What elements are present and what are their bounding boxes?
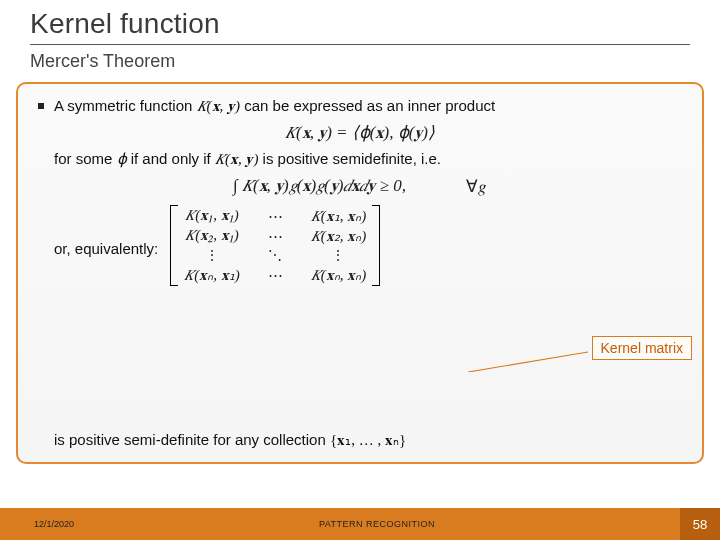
slide-footer: 12/1/2020 PATTERN RECOGNITION 58 (0, 508, 720, 540)
matrix-cell: 𝐾(𝐱₂, 𝐱₁) (184, 227, 240, 244)
matrix-cell: 𝐾(𝐱ₙ, 𝐱₁) (184, 266, 240, 284)
math-phi: ϕ (117, 151, 127, 167)
matrix-cell: 𝐾(𝐱₂, 𝐱ₙ) (311, 227, 367, 245)
theorem-box: A symmetric function 𝐾(𝐱, 𝐲) can be expr… (16, 82, 704, 464)
matrix-cell: ⋯ (268, 266, 283, 284)
math-eq1: 𝐾(𝐱, 𝐲) = ⟨ϕ(𝐱), ϕ(𝐲)⟩ (285, 123, 435, 142)
text-span: is positive semidefinite, i.e. (258, 150, 441, 167)
equation-inner-product: 𝐾(𝐱, 𝐲) = ⟨ϕ(𝐱), ϕ(𝐲)⟩ (38, 116, 682, 149)
math-forall: ∀𝑔 (466, 176, 487, 197)
matrix-cell: ⋮ (184, 247, 240, 264)
equation-integral: ∫ 𝐾(𝐱, 𝐲)𝑔(𝐱)𝑔(𝐲)𝑑𝐱𝑑𝐲 ≥ 0, ∀𝑔 (38, 170, 682, 201)
psd-statement: is positive semi-definite for any collec… (54, 430, 406, 450)
kernel-matrix: 𝐾(𝐱₁, 𝐱₁) ⋯ 𝐾(𝐱₁, 𝐱ₙ) 𝐾(𝐱₂, 𝐱₁) ⋯ 𝐾(𝐱₂, … (170, 205, 380, 286)
math-kxy: 𝐾(𝐱, 𝐲) (197, 98, 241, 114)
matrix-cell: ⋯ (268, 227, 283, 245)
text-span: can be expressed as an inner product (240, 97, 495, 114)
condition-line: for some ϕ if and only if 𝐾(𝐱, 𝐲) is pos… (38, 149, 682, 169)
footer-date: 12/1/2020 (0, 519, 74, 529)
math-collection: {𝐱₁, … , 𝐱ₙ} (330, 432, 406, 448)
or-equivalently: or, equivalently: (54, 205, 158, 259)
callout-connector (468, 344, 588, 372)
matrix-cell: ⋯ (268, 207, 283, 225)
footer-page-number: 58 (680, 508, 720, 540)
matrix-cell: ⋮ (311, 247, 367, 264)
theorem-statement: A symmetric function 𝐾(𝐱, 𝐲) can be expr… (38, 96, 682, 116)
svg-line-0 (468, 352, 588, 372)
title-rule (30, 44, 690, 45)
math-integral: ∫ 𝐾(𝐱, 𝐲)𝑔(𝐱)𝑔(𝐲)𝑑𝐱𝑑𝐲 ≥ 0, (233, 176, 406, 196)
slide-title: Kernel function (0, 0, 720, 44)
math-kxy2: 𝐾(𝐱, 𝐲) (215, 151, 259, 167)
matrix-cell: 𝐾(𝐱₁, 𝐱₁) (184, 207, 240, 224)
slide-subtitle: Mercer's Theorem (0, 51, 720, 78)
bullet-icon (38, 103, 44, 109)
matrix-row: or, equivalently: 𝐾(𝐱₁, 𝐱₁) ⋯ 𝐾(𝐱₁, 𝐱ₙ) … (38, 201, 682, 286)
kernel-matrix-callout: Kernel matrix (592, 336, 692, 360)
text-span: if and only if (127, 150, 215, 167)
text-span: for some (54, 150, 117, 167)
matrix-cell: 𝐾(𝐱₁, 𝐱ₙ) (311, 207, 367, 225)
matrix-cell: 𝐾(𝐱ₙ, 𝐱ₙ) (311, 266, 367, 284)
text-span: A symmetric function (54, 97, 197, 114)
text-span: is positive semi-definite for any collec… (54, 431, 330, 448)
footer-center: PATTERN RECOGNITION (74, 519, 680, 529)
matrix-cell: ⋱ (268, 247, 283, 264)
